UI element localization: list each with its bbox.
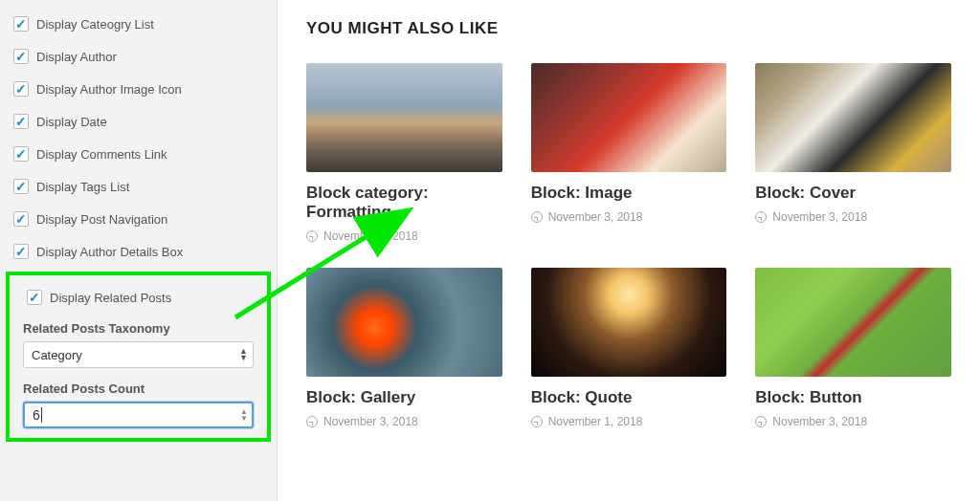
customizer-sidebar: Display Cateogry List Display Author Dis… (0, 0, 278, 501)
clock-icon (306, 416, 318, 427)
checkbox-icon[interactable] (13, 16, 29, 32)
related-posts-settings-highlight: Display Related Posts Related Posts Taxo… (6, 272, 271, 442)
checkbox-label: Display Date (36, 115, 107, 129)
checkbox-label: Display Tags List (36, 180, 129, 194)
checkbox-icon[interactable] (13, 114, 29, 129)
related-post-card[interactable]: Block: Gallery November 3, 2018 (306, 268, 502, 428)
option-display-tags-list[interactable]: Display Tags List (0, 170, 277, 203)
option-display-category-list[interactable]: Display Cateogry List (0, 8, 277, 40)
option-display-date[interactable]: Display Date (0, 105, 277, 138)
post-meta: November 1, 2018 (531, 415, 727, 428)
post-meta: November 3, 2018 (531, 210, 727, 224)
checkbox-label: Display Cateogry List (36, 17, 154, 32)
number-input-value: 6 (23, 402, 254, 428)
checkbox-icon[interactable] (13, 179, 29, 194)
post-meta: November 3, 2018 (306, 415, 502, 428)
related-post-card[interactable]: Block: Image November 3, 2018 (531, 63, 727, 243)
clock-icon (755, 416, 767, 427)
checkbox-icon[interactable] (13, 211, 29, 227)
related-post-card[interactable]: Block category: Formatting November 1, 2… (306, 63, 502, 243)
clock-icon (306, 230, 318, 242)
checkbox-icon[interactable] (13, 146, 29, 162)
related-posts-heading: YOU MIGHT ALSO LIKE (306, 19, 951, 38)
post-thumbnail (531, 268, 727, 377)
checkbox-label: Display Author Details Box (36, 245, 183, 259)
option-display-author[interactable]: Display Author (0, 40, 277, 73)
post-date: November 3, 2018 (772, 415, 867, 428)
post-thumbnail (755, 268, 951, 377)
clock-icon (755, 211, 767, 223)
post-thumbnail (306, 63, 502, 172)
post-title: Block: Quote (531, 388, 727, 407)
post-title: Block: Cover (755, 184, 951, 203)
post-title: Block category: Formatting (306, 184, 502, 222)
post-date: November 3, 2018 (548, 210, 643, 224)
checkbox-label: Display Comments Link (36, 147, 167, 162)
related-post-card[interactable]: Block: Quote November 1, 2018 (531, 268, 727, 428)
post-meta: November 3, 2018 (755, 415, 951, 428)
related-posts-grid: Block category: Formatting November 1, 2… (306, 63, 951, 428)
related-posts-taxonomy-select[interactable]: Category ▲▼ (23, 341, 254, 368)
post-date: November 3, 2018 (323, 415, 418, 428)
post-thumbnail (306, 268, 502, 377)
option-display-post-navigation[interactable]: Display Post Navigation (0, 203, 277, 235)
clock-icon (531, 416, 543, 427)
checkbox-icon[interactable] (27, 290, 42, 305)
select-value: Category (23, 341, 254, 368)
post-thumbnail (531, 63, 727, 172)
preview-pane: YOU MIGHT ALSO LIKE Block category: Form… (278, 0, 980, 501)
related-post-card[interactable]: Block: Button November 3, 2018 (755, 268, 951, 428)
checkbox-icon[interactable] (13, 244, 29, 259)
post-date: November 1, 2018 (548, 415, 643, 428)
post-title: Block: Gallery (306, 388, 502, 407)
related-posts-count-label: Related Posts Count (13, 374, 263, 402)
clock-icon (531, 211, 543, 223)
checkbox-label: Display Related Posts (50, 291, 171, 305)
related-posts-taxonomy-label: Related Posts Taxonomy (13, 314, 263, 341)
related-post-card[interactable]: Block: Cover November 3, 2018 (755, 63, 951, 243)
option-display-related-posts[interactable]: Display Related Posts (13, 281, 263, 314)
post-date: November 1, 2018 (323, 229, 418, 243)
post-meta: November 3, 2018 (755, 210, 951, 224)
option-display-author-details-box[interactable]: Display Author Details Box (0, 235, 277, 268)
related-posts-count-input[interactable]: 6 ▲▼ (23, 402, 254, 428)
checkbox-label: Display Author Image Icon (36, 82, 182, 97)
post-title: Block: Button (755, 388, 951, 407)
option-display-comments-link[interactable]: Display Comments Link (0, 138, 277, 170)
post-date: November 3, 2018 (772, 210, 867, 224)
checkbox-label: Display Post Navigation (36, 212, 167, 227)
option-display-author-image-icon[interactable]: Display Author Image Icon (0, 73, 277, 105)
post-title: Block: Image (531, 184, 727, 203)
post-meta: November 1, 2018 (306, 229, 502, 243)
checkbox-icon[interactable] (13, 81, 29, 97)
checkbox-label: Display Author (36, 50, 117, 64)
checkbox-icon[interactable] (13, 49, 29, 64)
post-thumbnail (755, 63, 951, 172)
